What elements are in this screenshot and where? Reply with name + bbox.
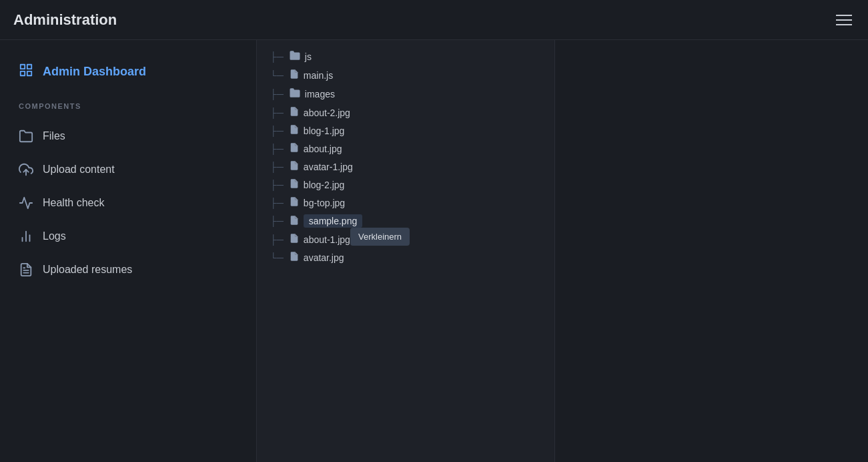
main-js-label: main.js xyxy=(304,70,333,81)
tree-item-js-folder[interactable]: ├─ js xyxy=(270,47,541,66)
sidebar-item-upload-content[interactable]: Upload content xyxy=(0,153,256,186)
blog-2-jpg-icon xyxy=(289,178,300,191)
blog-1-jpg-label: blog-1.jpg xyxy=(304,126,345,136)
bg-top-jpg-label: bg-top.jpg xyxy=(304,198,345,208)
verkleinern-tooltip: Verkleinern xyxy=(350,228,410,246)
grid-icon xyxy=(19,63,33,81)
tree-item-bg-top-jpg[interactable]: ├─ bg-top.jpg xyxy=(270,194,541,212)
main-content: ├─ js └─ main.js ├─ images xyxy=(257,40,554,462)
about-jpg-icon xyxy=(289,142,300,155)
file-tree: ├─ js └─ main.js ├─ images xyxy=(257,40,554,462)
avatar-jpg-icon xyxy=(289,251,300,264)
avatar-1-jpg-label: avatar-1.jpg xyxy=(304,162,353,172)
bg-top-jpg-icon xyxy=(289,196,300,209)
about-2-jpg-icon xyxy=(289,106,300,119)
hamburger-button[interactable] xyxy=(833,12,855,28)
js-folder-label: js xyxy=(305,51,312,62)
images-folder-icon xyxy=(289,87,301,101)
sidebar-item-admin-dashboard[interactable]: Admin Dashboard xyxy=(0,53,256,90)
layout: Admin Dashboard COMPONENTS Files Uploa xyxy=(0,40,868,462)
connector-about-2: ├─ xyxy=(270,107,284,118)
svg-rect-3 xyxy=(27,71,31,75)
upload-content-label: Upload content xyxy=(43,164,115,176)
svg-rect-0 xyxy=(21,65,25,69)
admin-dashboard-label: Admin Dashboard xyxy=(43,65,146,79)
tree-item-main-js[interactable]: └─ main.js xyxy=(270,66,541,84)
page-title: Administration xyxy=(13,11,117,29)
tree-item-about-jpg[interactable]: ├─ about.jpg xyxy=(270,140,541,158)
health-check-label: Health check xyxy=(43,197,105,209)
hamburger-line-2 xyxy=(836,19,852,21)
images-folder-label: images xyxy=(305,89,335,99)
tree-item-about-2-jpg[interactable]: ├─ about-2.jpg xyxy=(270,103,541,122)
tree-item-sample-png[interactable]: ├─ sample.png Verkleinern xyxy=(270,212,541,230)
connector-images: ├─ xyxy=(270,89,284,99)
tree-item-blog-1-jpg[interactable]: ├─ blog-1.jpg xyxy=(270,122,541,140)
connector-bg-top: ├─ xyxy=(270,198,284,208)
about-2-jpg-label: about-2.jpg xyxy=(304,107,350,118)
tree-item-avatar-jpg[interactable]: └─ avatar.jpg xyxy=(270,248,541,266)
bar-chart-icon xyxy=(19,229,33,244)
sidebar-item-health-check[interactable]: Health check xyxy=(0,186,256,220)
connector-avatar: └─ xyxy=(270,252,284,263)
about-1-jpg-icon xyxy=(289,233,300,246)
connector-blog-1: ├─ xyxy=(270,126,284,136)
blog-2-jpg-label: blog-2.jpg xyxy=(304,180,345,190)
connector-sample: ├─ xyxy=(270,216,284,226)
folder-icon xyxy=(19,129,33,144)
hamburger-line-3 xyxy=(836,24,852,25)
svg-rect-1 xyxy=(27,65,31,69)
blog-1-jpg-icon xyxy=(289,124,300,137)
connector-about: ├─ xyxy=(270,144,284,154)
sidebar-item-files[interactable]: Files xyxy=(0,120,256,153)
sidebar-item-logs[interactable]: Logs xyxy=(0,220,256,253)
tree-item-images-folder[interactable]: ├─ images xyxy=(270,84,541,103)
file-text-icon xyxy=(19,262,33,277)
sidebar-item-uploaded-resumes[interactable]: Uploaded resumes xyxy=(0,253,256,286)
main-js-icon xyxy=(289,69,300,81)
connector-main-js: └─ xyxy=(270,70,284,81)
sample-png-label: sample.png xyxy=(304,214,362,228)
tree-item-blog-2-jpg[interactable]: ├─ blog-2.jpg xyxy=(270,176,541,194)
upload-icon xyxy=(19,162,33,177)
header: Administration xyxy=(0,0,868,40)
connector-avatar-1: ├─ xyxy=(270,162,284,172)
about-jpg-label: about.jpg xyxy=(304,144,342,154)
js-folder-icon xyxy=(289,49,301,63)
sample-png-icon xyxy=(289,215,300,228)
hamburger-line-1 xyxy=(836,15,852,16)
heart-icon xyxy=(19,196,33,210)
components-section-label: COMPONENTS xyxy=(0,95,256,120)
tree-item-avatar-1-jpg[interactable]: ├─ avatar-1.jpg xyxy=(270,158,541,176)
avatar-1-jpg-icon xyxy=(289,160,300,173)
logs-label: Logs xyxy=(43,230,66,242)
files-label: Files xyxy=(43,130,65,142)
connector-about-1: ├─ xyxy=(270,234,284,245)
about-1-jpg-label: about-1.jpg xyxy=(304,234,350,245)
connector-js: ├─ xyxy=(270,51,284,62)
right-panel xyxy=(554,40,868,462)
avatar-jpg-label: avatar.jpg xyxy=(304,252,344,263)
sidebar: Admin Dashboard COMPONENTS Files Uploa xyxy=(0,40,257,462)
uploaded-resumes-label: Uploaded resumes xyxy=(43,264,132,276)
connector-blog-2: ├─ xyxy=(270,180,284,190)
svg-rect-2 xyxy=(21,71,25,75)
